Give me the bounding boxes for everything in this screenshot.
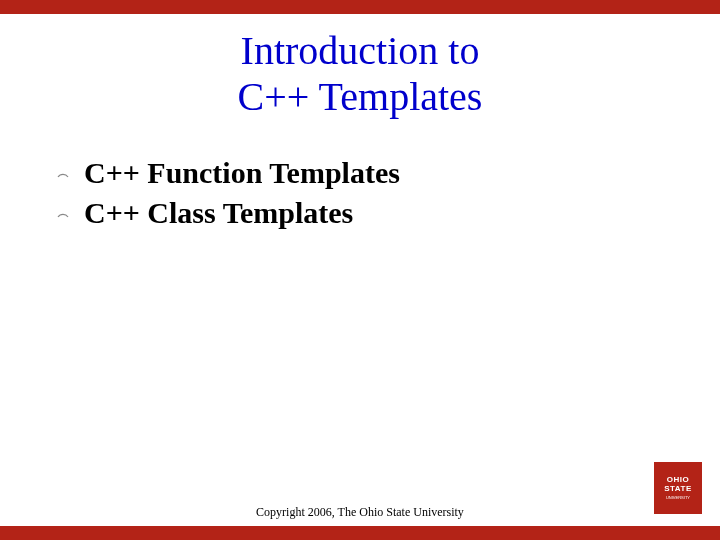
title-line-1: Introduction to bbox=[241, 28, 480, 73]
bullet-list: C++ Function Templates C++ Class Templat… bbox=[56, 156, 720, 230]
bullet-arc-icon bbox=[56, 166, 76, 186]
copyright-text: Copyright 2006, The Ohio State Universit… bbox=[0, 505, 720, 520]
title-line-2: C++ Templates bbox=[238, 74, 483, 119]
bullet-arc-icon bbox=[56, 206, 76, 226]
list-item: C++ Function Templates bbox=[56, 156, 720, 190]
bullet-text: C++ Class Templates bbox=[84, 196, 353, 230]
slide-footer: Copyright 2006, The Ohio State Universit… bbox=[0, 505, 720, 540]
logo-sub: UNIVERSITY bbox=[666, 495, 690, 500]
top-accent-bar bbox=[0, 0, 720, 14]
bullet-text: C++ Function Templates bbox=[84, 156, 400, 190]
list-item: C++ Class Templates bbox=[56, 196, 720, 230]
logo-line-2: STATE bbox=[664, 485, 692, 494]
bottom-accent-bar bbox=[0, 526, 720, 540]
slide-title: Introduction to C++ Templates bbox=[0, 28, 720, 120]
